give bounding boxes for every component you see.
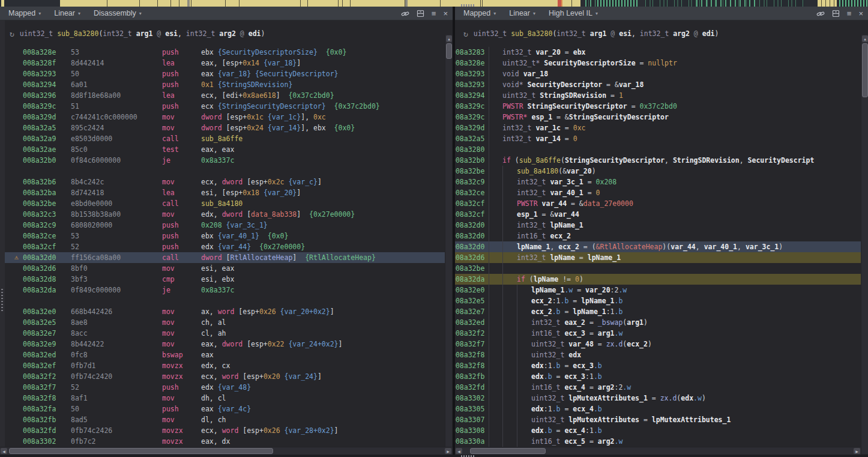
layout-menu[interactable]: Linear▾ (54, 9, 80, 17)
disasm-line[interactable]: 008a32968d8f18e68a00leaecx, [edi+0x8ae61… (5, 90, 445, 101)
disasm-line[interactable]: 008a329350pusheax {var_18} {SecurityDesc… (5, 68, 445, 79)
disasm-line[interactable]: 008a32e0668b442426movax, word [esp+0x26 … (5, 306, 445, 317)
close-icon[interactable]: × (858, 10, 863, 17)
scroll-left-button[interactable]: ◀ (456, 448, 462, 454)
hlil-line[interactable]: 008a32be (455, 263, 861, 274)
hlil-line[interactable]: 008a3283int32_t var_20 = ebx (455, 47, 861, 58)
disasm-line[interactable]: 008a32ef0fb7d1movzxedx, cx (5, 360, 445, 371)
hlil-line[interactable]: 008a32b0if (sub_8a6ffe(StringSecurityDes… (455, 155, 861, 166)
vertical-scrollbar[interactable]: ▲ ▼ (861, 35, 868, 454)
disasm-line[interactable]: 008a32a9e8503d0000callsub_8a6ffe (5, 133, 445, 144)
hlil-line[interactable]: 008a32d6int32_t lpName = lpName_1 (455, 252, 861, 263)
disasm-line[interactable]: ⚠008a32d0ff156ca08a00calldword [RtlAlloc… (5, 252, 445, 263)
hlil-line[interactable]: 008a32cfPWSTR var_44 = &data_27e0000 (455, 198, 861, 209)
scroll-right-button[interactable]: ▶ (445, 448, 451, 454)
scrollbar-thumb[interactable] (9, 448, 273, 454)
scroll-up-button[interactable]: ▲ (862, 35, 868, 42)
disasm-line[interactable]: 008a32f752pushedx {var_48} (5, 382, 445, 393)
disasm-line[interactable]: 008a32ba8d742418leaesi, [esp+0x18 {var_2… (5, 187, 445, 198)
disasm-line[interactable]: 008a32da0f849c000000je0x8a337c (5, 285, 445, 295)
disasm-line[interactable]: 008a32d68bf0movesi, eax (5, 263, 445, 274)
hlil-line[interactable]: 008a32f2int16_t ecx_3 = arg1.w (455, 328, 861, 339)
disasm-line[interactable]: 008a32fd0fb74c2426movzxecx, word [esp+0x… (5, 425, 445, 436)
hlil-line[interactable]: 008a3308edx.b = ecx_4:1.b (455, 425, 861, 436)
disasm-line[interactable]: 008a32bee8bd0e0000callsub_8a4180 (5, 198, 445, 209)
scrollbar-thumb[interactable] (862, 43, 868, 97)
hlil-line[interactable]: 008a32f8edx:1.b = ecx_3.b (455, 360, 861, 371)
hlil-line[interactable]: 008a32e5ecx_2:1.b = lpName_1.b (455, 295, 861, 306)
disasm-line[interactable]: 008a32cf52pushedx {var_44} {0x27e0000} (5, 241, 445, 252)
hlil-line[interactable]: 008a329cPWSTR StringSecurityDescriptor =… (455, 101, 861, 112)
refresh-icon[interactable]: ↻ (10, 29, 14, 38)
hlil-line[interactable]: 008a330aint16_t ecx_5 = arg2.w (455, 436, 861, 447)
disasm-line[interactable]: 008a32d83bf3cmpesi, ebx (5, 274, 445, 285)
il-level-menu[interactable]: High Level IL▾ (549, 9, 598, 17)
hlil-line[interactable]: 008a32daif (lpName != 0) (455, 274, 861, 285)
hlil-view[interactable]: ↻ uint32_t sub_8a3280(int32_t arg1 @ esi… (455, 20, 868, 454)
hlil-line[interactable]: 008a3280 (455, 144, 861, 155)
hlil-line[interactable]: 008a3294uint32_t StringSDRevision = 1 (455, 90, 861, 101)
feature-map[interactable] (0, 0, 868, 7)
hlil-line[interactable]: 008a32e7ecx_2.b = lpName_1:1.b (455, 306, 861, 317)
disasm-line[interactable]: 008a32fa50pusheax {var_4c} (5, 404, 445, 414)
hlil-line[interactable]: 008a32c9int32_t var_3c_1 = 0x208 (455, 177, 861, 187)
il-level-menu[interactable]: Disassembly▾ (94, 9, 142, 17)
hlil-line[interactable]: 008a3302uint32_t lpMutexAttributes_1 = z… (455, 393, 861, 404)
layout-menu[interactable]: Linear▾ (509, 9, 535, 17)
hlil-line[interactable]: 008a32edint32_t eax_2 = _bswap(arg1) (455, 317, 861, 328)
hlil-line[interactable]: 008a32d0lpName_1, ecx_2 = (&RtlAllocateH… (455, 241, 861, 252)
disasm-line[interactable]: 008a328f8d442414leaeax, [esp+0x14 {var_1… (5, 58, 445, 68)
hlil-line[interactable]: 008a32f7uint32_t var_48 = zx.d(ecx_2) (455, 339, 861, 350)
function-signature-row[interactable]: ↻ uint32_t sub_8a3280(int32_t arg1 @ esi… (455, 20, 868, 47)
disasm-line[interactable]: 008a33020fb7c2movzxeax, dx (5, 436, 445, 447)
disasm-line[interactable]: 008a32c96808020000push0x208 {var_3c_1} (5, 220, 445, 231)
hlil-line[interactable]: 008a32besub_8a4180(&var_20) (455, 166, 861, 177)
pane-menu-icon[interactable]: ≡ (847, 10, 852, 17)
disasm-line[interactable]: 008a328e53pushebx {SecurityDescriptorSiz… (5, 47, 445, 58)
sync-link-icon[interactable] (401, 10, 409, 18)
split-pane-icon[interactable] (832, 10, 840, 17)
function-signature-row[interactable]: ↻ uint32_t sub_8a3280(int32_t arg1 @ esi… (0, 20, 453, 47)
split-pane-icon[interactable] (417, 10, 424, 17)
hlil-line[interactable]: 008a3293void* SecurityDescriptor = &var_… (455, 79, 861, 90)
hlil-line[interactable]: 008a328euint32_t* SecurityDescriptorSize… (455, 58, 861, 68)
pane-menu-icon[interactable]: ≡ (432, 10, 436, 17)
disasm-line[interactable]: 008a32ed0fc8bswapeax (5, 350, 445, 360)
hlil-line[interactable]: 008a3307uint32_t lpMutexAttributes = lpM… (455, 414, 861, 425)
view-mode-menu[interactable]: Mapped▾ (8, 9, 41, 17)
sync-link-icon[interactable] (816, 10, 825, 18)
hlil-line[interactable]: 008a3305edx:1.b = ecx_4.b (455, 404, 861, 414)
hlil-line[interactable]: 008a32e0lpName_1.w = var_20:2.w (455, 285, 861, 295)
disasm-line[interactable]: 008a32c38b1538b38a00movedx, dword [data_… (5, 209, 445, 220)
disasm-line[interactable]: 008a32ce53pushebx {var_40_1} {0x0} (5, 231, 445, 241)
disasm-line[interactable]: 008a32e98b442422moveax, dword [esp+0x22 … (5, 339, 445, 350)
scroll-right-button[interactable]: ▶ (854, 448, 860, 454)
hlil-line[interactable]: 008a32fbedx.b = ecx_3:1.b (455, 371, 861, 382)
disassembly-view[interactable]: ↻ uint32_t sub_8a3280(int32_t arg1 @ esi… (0, 20, 453, 454)
hlil-line[interactable]: 008a32fdint16_t ecx_4 = arg2:2.w (455, 382, 861, 393)
disasm-line[interactable]: 008a32ae85c0testeax, eax (5, 144, 445, 155)
hlil-line[interactable]: 008a329cPWSTR* esp_1 = &StringSecurityDe… (455, 112, 861, 123)
close-icon[interactable]: × (443, 10, 448, 17)
hlil-line[interactable]: 008a32ceint32_t var_40_1 = 0 (455, 187, 861, 198)
scroll-up-button[interactable]: ▲ (446, 35, 452, 42)
sidebar-drag-handle[interactable] (1, 287, 3, 311)
disasm-line[interactable]: 008a32f20fb74c2420movzxecx, word [esp+0x… (5, 371, 445, 382)
disasm-line[interactable]: 008a329c51pushecx {StringSecurityDescrip… (5, 101, 445, 112)
scroll-left-button[interactable]: ◀ (1, 448, 7, 454)
hlil-line[interactable]: 008a32d0int16_t ecx_2 (455, 231, 861, 241)
disasm-line[interactable]: 008a329dc744241c0c000000movdword [esp+0x… (5, 112, 445, 123)
horizontal-scrollbar[interactable]: ◀ ▶ (0, 447, 453, 455)
horizontal-scrollbar[interactable]: ◀ ▶ (455, 447, 861, 455)
disasm-line[interactable]: 008a32946a01push0x1 {StringSDRevision} (5, 79, 445, 90)
hlil-line[interactable]: 008a32f8uint32_t edx (455, 350, 861, 360)
vertical-scrollbar[interactable]: ▲ ▼ (445, 35, 452, 454)
refresh-icon[interactable]: ↻ (463, 29, 468, 38)
hlil-line[interactable]: 008a32d0int32_t lpName_1 (455, 220, 861, 231)
disasm-line[interactable]: 008a32fb8ad5movdl, ch (5, 414, 445, 425)
hlil-line[interactable]: 008a32a5int32_t var_14 = 0 (455, 133, 861, 144)
disasm-line[interactable]: 008a32f88af1movdh, cl (5, 393, 445, 404)
hlil-line[interactable]: 008a32cfesp_1 = &var_44 (455, 209, 861, 220)
hlil-line[interactable]: 008a3293void var_18 (455, 68, 861, 79)
hlil-line[interactable]: 008a329dint32_t var_1c = 0xc (455, 123, 861, 133)
